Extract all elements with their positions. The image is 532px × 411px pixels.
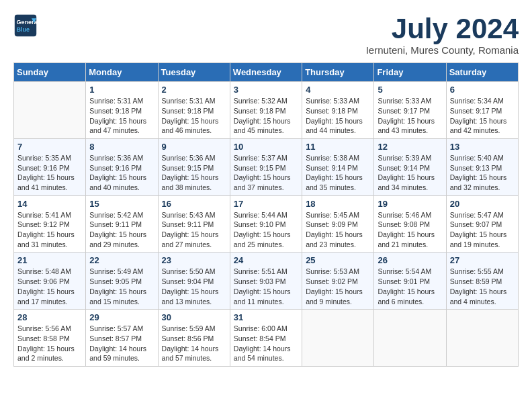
calendar-cell: 26Sunrise: 5:54 AM Sunset: 9:01 PM Dayli…: [374, 253, 446, 310]
calendar-cell: 3Sunrise: 5:32 AM Sunset: 9:18 PM Daylig…: [230, 82, 302, 139]
calendar-cell: 21Sunrise: 5:48 AM Sunset: 9:06 PM Dayli…: [14, 253, 86, 310]
day-number: 15: [89, 199, 154, 209]
day-number: 4: [306, 85, 370, 95]
day-number: 11: [306, 142, 370, 152]
day-info: Sunrise: 5:50 AM Sunset: 9:04 PM Dayligh…: [162, 267, 226, 306]
day-info: Sunrise: 5:42 AM Sunset: 9:11 PM Dayligh…: [89, 210, 154, 250]
weekday-header-row: SundayMondayTuesdayWednesdayThursdayFrid…: [14, 63, 519, 82]
calendar-cell: 27Sunrise: 5:55 AM Sunset: 8:59 PM Dayli…: [446, 253, 518, 310]
weekday-header-monday: Monday: [86, 63, 158, 82]
calendar-week-row: 7Sunrise: 5:35 AM Sunset: 9:16 PM Daylig…: [14, 138, 519, 195]
day-info: Sunrise: 5:59 AM Sunset: 8:56 PM Dayligh…: [162, 324, 226, 363]
day-info: Sunrise: 5:56 AM Sunset: 8:58 PM Dayligh…: [17, 324, 82, 363]
title-block: July 2024 Iernuteni, Mures County, Roman…: [366, 13, 519, 56]
day-info: Sunrise: 5:31 AM Sunset: 9:18 PM Dayligh…: [162, 96, 226, 136]
day-number: 21: [17, 255, 82, 265]
calendar-cell: 8Sunrise: 5:36 AM Sunset: 9:16 PM Daylig…: [86, 138, 158, 195]
day-number: 26: [378, 255, 442, 265]
calendar-cell: 13Sunrise: 5:40 AM Sunset: 9:13 PM Dayli…: [446, 138, 518, 195]
calendar-week-row: 1Sunrise: 5:31 AM Sunset: 9:18 PM Daylig…: [14, 82, 519, 139]
calendar-cell: [446, 310, 518, 367]
calendar-cell: 29Sunrise: 5:57 AM Sunset: 8:57 PM Dayli…: [86, 310, 158, 367]
day-info: Sunrise: 5:53 AM Sunset: 9:02 PM Dayligh…: [306, 267, 370, 306]
day-number: 18: [306, 199, 370, 209]
calendar-week-row: 28Sunrise: 5:56 AM Sunset: 8:58 PM Dayli…: [14, 310, 519, 367]
calendar-cell: [14, 82, 86, 139]
location: Iernuteni, Mures County, Romania: [366, 44, 519, 56]
day-info: Sunrise: 5:34 AM Sunset: 9:17 PM Dayligh…: [450, 96, 515, 136]
weekday-header-tuesday: Tuesday: [158, 63, 230, 82]
calendar-cell: [374, 310, 446, 367]
calendar-cell: 30Sunrise: 5:59 AM Sunset: 8:56 PM Dayli…: [158, 310, 230, 367]
day-info: Sunrise: 5:32 AM Sunset: 9:18 PM Dayligh…: [234, 96, 298, 136]
day-info: Sunrise: 5:49 AM Sunset: 9:05 PM Dayligh…: [89, 267, 154, 306]
day-number: 12: [378, 142, 442, 152]
calendar-cell: 7Sunrise: 5:35 AM Sunset: 9:16 PM Daylig…: [14, 138, 86, 195]
calendar-cell: 6Sunrise: 5:34 AM Sunset: 9:17 PM Daylig…: [446, 82, 518, 139]
day-number: 25: [306, 255, 370, 265]
calendar-cell: 31Sunrise: 6:00 AM Sunset: 8:54 PM Dayli…: [230, 310, 302, 367]
day-info: Sunrise: 6:00 AM Sunset: 8:54 PM Dayligh…: [234, 324, 298, 363]
day-number: 27: [450, 255, 515, 265]
day-info: Sunrise: 5:38 AM Sunset: 9:14 PM Dayligh…: [306, 153, 370, 193]
day-number: 17: [234, 199, 298, 209]
calendar-week-row: 21Sunrise: 5:48 AM Sunset: 9:06 PM Dayli…: [14, 253, 519, 310]
day-number: 1: [89, 85, 154, 95]
day-number: 22: [89, 255, 154, 265]
calendar-cell: 18Sunrise: 5:45 AM Sunset: 9:09 PM Dayli…: [302, 195, 374, 253]
day-number: 23: [162, 255, 226, 265]
calendar-cell: 10Sunrise: 5:37 AM Sunset: 9:15 PM Dayli…: [230, 138, 302, 195]
day-info: Sunrise: 5:33 AM Sunset: 9:17 PM Dayligh…: [378, 96, 442, 136]
calendar-cell: 9Sunrise: 5:36 AM Sunset: 9:15 PM Daylig…: [158, 138, 230, 195]
day-info: Sunrise: 5:35 AM Sunset: 9:16 PM Dayligh…: [17, 153, 82, 193]
calendar-cell: 5Sunrise: 5:33 AM Sunset: 9:17 PM Daylig…: [374, 82, 446, 139]
day-info: Sunrise: 5:57 AM Sunset: 8:57 PM Dayligh…: [89, 324, 154, 363]
calendar-cell: 24Sunrise: 5:51 AM Sunset: 9:03 PM Dayli…: [230, 253, 302, 310]
month-title: July 2024: [366, 13, 519, 44]
day-number: 6: [450, 85, 515, 95]
calendar-cell: 23Sunrise: 5:50 AM Sunset: 9:04 PM Dayli…: [158, 253, 230, 310]
calendar-cell: 1Sunrise: 5:31 AM Sunset: 9:18 PM Daylig…: [86, 82, 158, 139]
calendar-week-row: 14Sunrise: 5:41 AM Sunset: 9:12 PM Dayli…: [14, 195, 519, 253]
day-info: Sunrise: 5:54 AM Sunset: 9:01 PM Dayligh…: [378, 267, 442, 306]
day-number: 29: [89, 312, 154, 322]
calendar-cell: 22Sunrise: 5:49 AM Sunset: 9:05 PM Dayli…: [86, 253, 158, 310]
calendar-cell: 15Sunrise: 5:42 AM Sunset: 9:11 PM Dayli…: [86, 195, 158, 253]
calendar-cell: 19Sunrise: 5:46 AM Sunset: 9:08 PM Dayli…: [374, 195, 446, 253]
day-number: 31: [234, 312, 298, 322]
day-number: 3: [234, 85, 298, 95]
calendar-cell: 20Sunrise: 5:47 AM Sunset: 9:07 PM Dayli…: [446, 195, 518, 253]
weekday-header-wednesday: Wednesday: [230, 63, 302, 82]
day-info: Sunrise: 5:43 AM Sunset: 9:11 PM Dayligh…: [162, 210, 226, 250]
weekday-header-thursday: Thursday: [302, 63, 374, 82]
day-info: Sunrise: 5:47 AM Sunset: 9:07 PM Dayligh…: [450, 210, 515, 250]
day-info: Sunrise: 5:37 AM Sunset: 9:15 PM Dayligh…: [234, 153, 298, 193]
calendar-cell: 4Sunrise: 5:33 AM Sunset: 9:18 PM Daylig…: [302, 82, 374, 139]
day-number: 20: [450, 199, 515, 209]
day-info: Sunrise: 5:39 AM Sunset: 9:14 PM Dayligh…: [378, 153, 442, 193]
day-info: Sunrise: 5:40 AM Sunset: 9:13 PM Dayligh…: [450, 153, 515, 193]
day-info: Sunrise: 5:55 AM Sunset: 8:59 PM Dayligh…: [450, 267, 515, 306]
day-number: 5: [378, 85, 442, 95]
calendar-cell: 17Sunrise: 5:44 AM Sunset: 9:10 PM Dayli…: [230, 195, 302, 253]
day-number: 10: [234, 142, 298, 152]
weekday-header-friday: Friday: [374, 63, 446, 82]
day-info: Sunrise: 5:41 AM Sunset: 9:12 PM Dayligh…: [17, 210, 82, 250]
svg-text:Blue: Blue: [17, 26, 30, 33]
weekday-header-saturday: Saturday: [446, 63, 518, 82]
day-number: 24: [234, 255, 298, 265]
day-number: 14: [17, 199, 82, 209]
day-number: 19: [378, 199, 442, 209]
day-number: 13: [450, 142, 515, 152]
day-info: Sunrise: 5:33 AM Sunset: 9:18 PM Dayligh…: [306, 96, 370, 136]
day-info: Sunrise: 5:46 AM Sunset: 9:08 PM Dayligh…: [378, 210, 442, 250]
logo-icon: General Blue: [13, 13, 38, 38]
day-info: Sunrise: 5:51 AM Sunset: 9:03 PM Dayligh…: [234, 267, 298, 306]
calendar-cell: 14Sunrise: 5:41 AM Sunset: 9:12 PM Dayli…: [14, 195, 86, 253]
logo: General Blue: [13, 13, 38, 38]
day-info: Sunrise: 5:45 AM Sunset: 9:09 PM Dayligh…: [306, 210, 370, 250]
day-info: Sunrise: 5:31 AM Sunset: 9:18 PM Dayligh…: [89, 96, 154, 136]
day-number: 9: [162, 142, 226, 152]
day-number: 7: [17, 142, 82, 152]
calendar-cell: 2Sunrise: 5:31 AM Sunset: 9:18 PM Daylig…: [158, 82, 230, 139]
